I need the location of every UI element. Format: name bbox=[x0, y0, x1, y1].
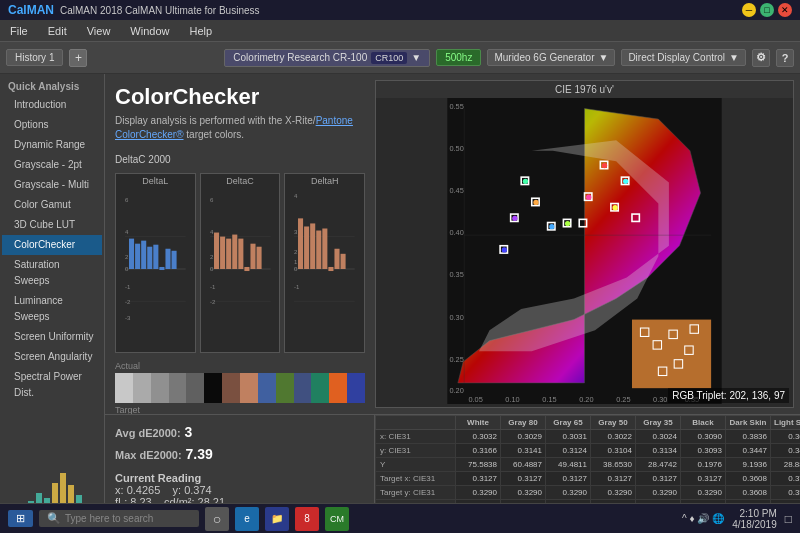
help-button[interactable]: ? bbox=[776, 49, 794, 67]
deltaC-chart: DeltaC bbox=[200, 173, 281, 353]
row-label: y: CIE31 bbox=[376, 444, 456, 458]
fl-values: fL: 8.23 cd/m²: 28.21 bbox=[115, 496, 364, 503]
taskbar-app-icon[interactable]: 8 bbox=[295, 507, 319, 531]
svg-rect-47 bbox=[256, 247, 261, 269]
sidebar-item-dynamic-range[interactable]: Dynamic Range bbox=[2, 135, 102, 155]
menu-file[interactable]: File bbox=[6, 23, 32, 39]
start-button[interactable]: ⊞ bbox=[8, 510, 33, 527]
current-reading-title: Current Reading bbox=[115, 472, 364, 484]
actual-swatch[interactable] bbox=[169, 373, 187, 403]
search-placeholder: Type here to search bbox=[65, 513, 153, 524]
actual-swatch[interactable] bbox=[151, 373, 169, 403]
avg-label: Avg dE2000: bbox=[115, 427, 181, 439]
table-cell: 0.3029 bbox=[501, 430, 546, 444]
table-cell: 0.3290 bbox=[456, 486, 501, 500]
deltaL-chart: DeltaL bbox=[115, 173, 196, 353]
taskbar-calman-icon[interactable]: CM bbox=[325, 507, 349, 531]
maximize-button[interactable]: □ bbox=[760, 3, 774, 17]
sidebar-item-luminance-sweeps[interactable]: Luminance Sweeps bbox=[2, 291, 102, 327]
actual-swatch[interactable] bbox=[311, 373, 329, 403]
cortana-icon[interactable]: ○ bbox=[205, 507, 229, 531]
deltaC-svg: 6 4 2 0 -1 -2 bbox=[201, 188, 280, 350]
menu-edit[interactable]: Edit bbox=[44, 23, 71, 39]
actual-swatch[interactable] bbox=[240, 373, 258, 403]
sidebar-item-options[interactable]: Options bbox=[2, 115, 102, 135]
table-row: Target x: CIE310.31270.31270.31270.31270… bbox=[376, 472, 801, 486]
device1-model-badge: CR100 bbox=[371, 52, 407, 64]
device1-label: Colorimetry Research CR-100 bbox=[233, 52, 367, 63]
data-table-container[interactable]: WhiteGray 80Gray 65Gray 50Gray 35BlackDa… bbox=[375, 415, 800, 503]
actual-swatch[interactable] bbox=[347, 373, 365, 403]
table-cell: 0.3127 bbox=[591, 472, 636, 486]
svg-rect-23 bbox=[135, 244, 140, 269]
taskbar-ie-icon[interactable]: e bbox=[235, 507, 259, 531]
close-button[interactable]: ✕ bbox=[778, 3, 792, 17]
table-header: White bbox=[456, 416, 501, 430]
menu-view[interactable]: View bbox=[83, 23, 115, 39]
sidebar-item-color-gamut[interactable]: Color Gamut bbox=[2, 195, 102, 215]
search-bar[interactable]: 🔍 Type here to search bbox=[39, 510, 199, 527]
menu-bar: File Edit View Window Help bbox=[0, 20, 800, 42]
actual-swatch[interactable] bbox=[276, 373, 294, 403]
sidebar-item-screen-angularity[interactable]: Screen Angularity bbox=[2, 347, 102, 367]
table-cell: 0.3022 bbox=[591, 430, 636, 444]
device2-selector[interactable]: Murideo 6G Generator ▼ bbox=[487, 49, 615, 66]
frequency-display: 500hz bbox=[436, 49, 481, 66]
table-cell: 28.8886 bbox=[771, 458, 801, 472]
deltaC-inner: 6 4 2 0 -1 -2 bbox=[201, 188, 280, 350]
table-cell: 0.3549 bbox=[771, 486, 801, 500]
table-cell: 0.3127 bbox=[681, 472, 726, 486]
actual-swatch[interactable] bbox=[186, 373, 204, 403]
svg-text:6: 6 bbox=[125, 197, 129, 203]
y-value: 0.374 bbox=[184, 484, 212, 496]
pantone-link[interactable]: Pantone ColorChecker® bbox=[115, 115, 353, 140]
actual-swatch[interactable] bbox=[115, 373, 133, 403]
actual-swatch[interactable] bbox=[294, 373, 312, 403]
actual-swatch[interactable] bbox=[258, 373, 276, 403]
actual-swatch[interactable] bbox=[222, 373, 240, 403]
actual-swatch[interactable] bbox=[329, 373, 347, 403]
table-row: x: CIE310.30320.30290.30310.30220.30240.… bbox=[376, 430, 801, 444]
history-button[interactable]: History 1 bbox=[6, 49, 63, 66]
settings-button[interactable]: ⚙ bbox=[752, 49, 770, 67]
sidebar-item-colorchecker[interactable]: ColorChecker bbox=[2, 235, 102, 255]
clock-date: 4/18/2019 bbox=[732, 519, 777, 530]
sidebar-item-saturation-sweeps[interactable]: Saturation Sweeps bbox=[2, 255, 102, 291]
sidebar-item-screen-uniformity[interactable]: Screen Uniformity bbox=[2, 327, 102, 347]
add-history-button[interactable]: + bbox=[69, 49, 87, 67]
table-cell: 0.3608 bbox=[726, 486, 771, 500]
notification-icon[interactable]: □ bbox=[785, 512, 792, 526]
table-cell: 27.5187 bbox=[771, 500, 801, 504]
cdm2-value: 28.21 bbox=[198, 496, 226, 503]
taskbar-file-icon[interactable]: 📁 bbox=[265, 507, 289, 531]
table-cell: 0.3141 bbox=[501, 444, 546, 458]
svg-text:-1: -1 bbox=[210, 284, 216, 290]
actual-swatch[interactable] bbox=[133, 373, 151, 403]
device3-selector[interactable]: Direct Display Control ▼ bbox=[621, 49, 746, 66]
dropdown3-icon: ▼ bbox=[729, 52, 739, 63]
sidebar-item-grayscale-2pt[interactable]: Grayscale - 2pt bbox=[2, 155, 102, 175]
svg-rect-25 bbox=[147, 247, 152, 269]
fl-value: 8.23 bbox=[130, 496, 151, 503]
table-header: Black bbox=[681, 416, 726, 430]
table-header: Gray 65 bbox=[546, 416, 591, 430]
minimize-button[interactable]: ─ bbox=[742, 3, 756, 17]
device1-selector[interactable]: Colorimetry Research CR-100 CR100 ▼ bbox=[224, 49, 430, 67]
sidebar-item-spectral-power[interactable]: Spectral Power Dist. bbox=[2, 367, 102, 403]
sidebar-section: Quick Analysis Introduction Options Dyna… bbox=[0, 74, 104, 407]
table-cell: 28.4742 bbox=[636, 458, 681, 472]
sidebar-item-grayscale-multi[interactable]: Grayscale - Multi bbox=[2, 175, 102, 195]
svg-rect-63 bbox=[335, 249, 340, 269]
table-header: Light Skin bbox=[771, 416, 801, 430]
menu-help[interactable]: Help bbox=[185, 23, 216, 39]
panel-desc: Display analysis is performed with the X… bbox=[115, 114, 365, 142]
svg-text:1: 1 bbox=[294, 259, 298, 265]
actual-swatch[interactable] bbox=[204, 373, 222, 403]
charts-area: DeltaL bbox=[115, 173, 365, 353]
svg-text:4: 4 bbox=[294, 193, 298, 199]
svg-text:0.25: 0.25 bbox=[449, 355, 463, 364]
svg-text:-1: -1 bbox=[294, 284, 300, 290]
sidebar-item-3d-cube-lut[interactable]: 3D Cube LUT bbox=[2, 215, 102, 235]
sidebar-item-introduction[interactable]: Introduction bbox=[2, 95, 102, 115]
menu-window[interactable]: Window bbox=[126, 23, 173, 39]
